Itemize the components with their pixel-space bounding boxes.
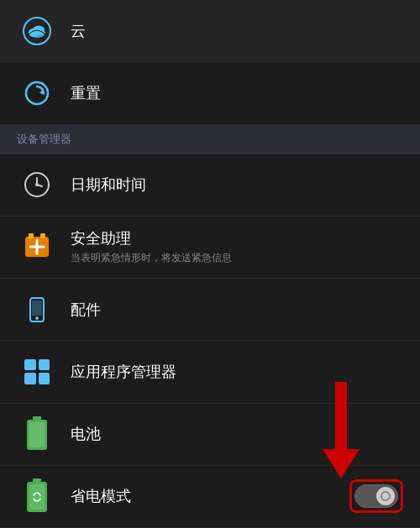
accessories-title: 配件 bbox=[71, 300, 403, 320]
clock-icon bbox=[17, 165, 57, 205]
settings-item-cloud[interactable]: 云 bbox=[0, 0, 420, 62]
toggle-knob-inner bbox=[381, 491, 391, 501]
svg-rect-23 bbox=[29, 484, 45, 510]
svg-rect-20 bbox=[29, 422, 45, 447]
accessories-icon bbox=[17, 290, 57, 330]
svg-rect-18 bbox=[33, 416, 41, 420]
settings-item-reset[interactable]: 重置 bbox=[0, 62, 420, 124]
safety-text: 安全助理 当表明紧急情形时，将发送紧急信息 bbox=[71, 228, 403, 265]
settings-item-app-manager[interactable]: 应用程序管理器 bbox=[0, 341, 420, 403]
cloud-title: 云 bbox=[71, 21, 403, 41]
battery-text: 电池 bbox=[71, 424, 403, 444]
toggle-highlight bbox=[349, 479, 403, 513]
toggle-knob bbox=[376, 487, 395, 505]
reset-text: 重置 bbox=[71, 83, 403, 103]
svg-rect-13 bbox=[29, 233, 34, 238]
reset-icon bbox=[17, 73, 57, 113]
settings-item-accessories[interactable]: 配件 bbox=[0, 279, 420, 341]
settings-list: 云 重置 设备管理器 日期和时间 bbox=[0, 0, 420, 528]
safety-icon bbox=[17, 227, 57, 267]
settings-item-safety[interactable]: 安全助理 当表明紧急情形时，将发送紧急信息 bbox=[0, 217, 420, 279]
app-manager-text: 应用程序管理器 bbox=[71, 362, 403, 382]
power-saving-text: 省电模式 bbox=[71, 486, 349, 506]
settings-item-power-saving[interactable]: 省电模式 bbox=[0, 466, 420, 528]
datetime-title: 日期和时间 bbox=[71, 175, 403, 195]
power-saving-icon bbox=[17, 476, 57, 516]
datetime-text: 日期和时间 bbox=[71, 175, 403, 195]
battery-title: 电池 bbox=[71, 424, 403, 444]
settings-item-battery[interactable]: 电池 bbox=[0, 404, 420, 466]
section-device-manager: 设备管理器 bbox=[0, 125, 420, 154]
svg-point-17 bbox=[35, 316, 39, 320]
power-saving-title: 省电模式 bbox=[71, 486, 349, 506]
power-saving-toggle[interactable] bbox=[354, 484, 398, 508]
safety-title: 安全助理 bbox=[71, 228, 403, 248]
settings-item-datetime[interactable]: 日期和时间 bbox=[0, 154, 420, 217]
cloud-icon bbox=[17, 11, 57, 51]
safety-subtitle: 当表明紧急情形时，将发送紧急信息 bbox=[71, 251, 403, 265]
svg-rect-16 bbox=[32, 301, 42, 316]
cloud-text: 云 bbox=[71, 21, 403, 41]
app-manager-icon bbox=[17, 352, 57, 392]
battery-icon bbox=[17, 414, 57, 454]
accessories-text: 配件 bbox=[71, 300, 403, 320]
svg-marker-5 bbox=[39, 90, 44, 95]
reset-title: 重置 bbox=[71, 83, 403, 103]
app-manager-title: 应用程序管理器 bbox=[71, 362, 403, 382]
svg-rect-14 bbox=[40, 233, 45, 238]
svg-rect-21 bbox=[33, 478, 41, 482]
svg-point-9 bbox=[35, 183, 39, 186]
toggle-container[interactable] bbox=[349, 479, 403, 513]
